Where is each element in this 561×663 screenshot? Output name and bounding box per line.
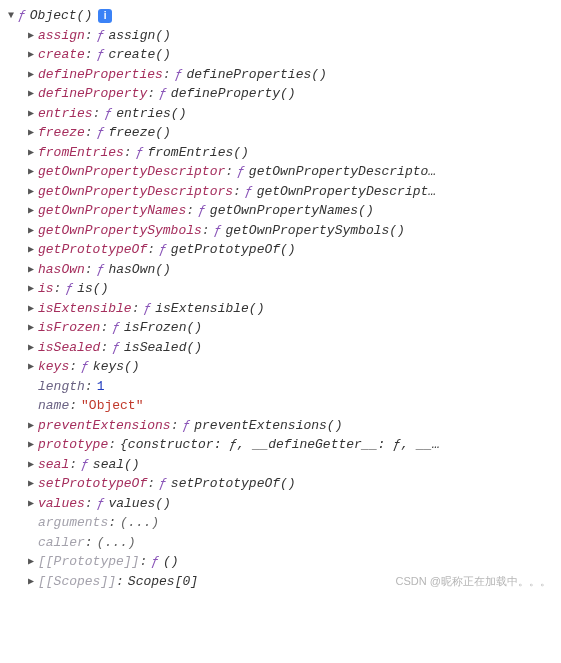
property-value: freeze() (108, 123, 170, 143)
property-row[interactable]: ▶hasOwn: ƒhasOwn() (4, 260, 557, 280)
property-row[interactable]: ▶setPrototypeOf: ƒsetPrototypeOf() (4, 474, 557, 494)
colon: : (85, 45, 93, 65)
expand-arrow-icon[interactable]: ▶ (26, 47, 36, 62)
property-row[interactable]: ▶defineProperties: ƒdefineProperties() (4, 65, 557, 85)
property-key: isExtensible (38, 299, 132, 319)
colon: : (85, 26, 93, 46)
expand-arrow-icon[interactable]: ▶ (26, 418, 36, 433)
property-value: values() (108, 494, 170, 514)
colon: : (139, 552, 147, 572)
colon: : (93, 104, 101, 124)
property-row[interactable]: ▶entries: ƒentries() (4, 104, 557, 124)
expand-arrow-icon[interactable]: ▼ (6, 8, 16, 23)
property-row[interactable]: ▶values: ƒvalues() (4, 494, 557, 514)
property-row[interactable]: ▶create: ƒcreate() (4, 45, 557, 65)
property-row[interactable]: name: "Object" (4, 396, 557, 416)
expand-arrow-icon[interactable]: ▶ (26, 223, 36, 238)
property-row[interactable]: ▶getOwnPropertyNames: ƒgetOwnPropertyNam… (4, 201, 557, 221)
property-key: defineProperties (38, 65, 163, 85)
property-key: getOwnPropertyDescriptor (38, 162, 225, 182)
property-row[interactable]: ▶keys: ƒkeys() (4, 357, 557, 377)
property-value: {constructor: ƒ, __defineGetter__: ƒ, __… (120, 435, 440, 455)
property-value: hasOwn() (108, 260, 170, 280)
property-row[interactable]: ▶seal: ƒseal() (4, 455, 557, 475)
property-key: prototype (38, 435, 108, 455)
property-row[interactable]: ▶preventExtensions: ƒpreventExtensions() (4, 416, 557, 436)
colon: : (147, 240, 155, 260)
function-token: ƒ (97, 494, 105, 514)
property-row[interactable]: arguments: (...) (4, 513, 557, 533)
colon: : (54, 279, 62, 299)
property-row[interactable]: caller: (...) (4, 533, 557, 553)
property-value: defineProperty() (171, 84, 296, 104)
property-row[interactable]: ▶getOwnPropertySymbols: ƒgetOwnPropertyS… (4, 221, 557, 241)
property-key: is (38, 279, 54, 299)
expand-arrow-icon[interactable]: ▶ (26, 281, 36, 296)
expand-arrow-icon[interactable]: ▶ (26, 106, 36, 121)
property-key: getOwnPropertySymbols (38, 221, 202, 241)
property-key: entries (38, 104, 93, 124)
property-value: Scopes[0] (128, 572, 198, 592)
expand-arrow-icon[interactable]: ▶ (26, 67, 36, 82)
property-row[interactable]: ▶[[Prototype]]: ƒ() (4, 552, 557, 572)
property-row[interactable]: ▶fromEntries: ƒfromEntries() (4, 143, 557, 163)
colon: : (163, 65, 171, 85)
colon: : (108, 513, 116, 533)
property-row[interactable]: ▶getOwnPropertyDescriptors: ƒgetOwnPrope… (4, 182, 557, 202)
property-row[interactable]: ▶getPrototypeOf: ƒgetPrototypeOf() (4, 240, 557, 260)
property-row[interactable]: ▶isFrozen: ƒisFrozen() (4, 318, 557, 338)
property-row[interactable]: length: 1 (4, 377, 557, 397)
expand-arrow-icon[interactable]: ▶ (26, 86, 36, 101)
expand-arrow-icon[interactable]: ▶ (26, 125, 36, 140)
property-key: seal (38, 455, 69, 475)
expand-arrow-icon[interactable]: ▶ (26, 164, 36, 179)
property-value: preventExtensions() (194, 416, 342, 436)
property-value[interactable]: (...) (120, 513, 159, 533)
property-row[interactable]: ▶isExtensible: ƒisExtensible() (4, 299, 557, 319)
expand-arrow-icon[interactable]: ▶ (26, 437, 36, 452)
expand-arrow-icon[interactable]: ▶ (26, 301, 36, 316)
expand-arrow-icon[interactable]: ▶ (26, 184, 36, 199)
expand-arrow-icon[interactable]: ▶ (26, 320, 36, 335)
property-row[interactable]: ▶is: ƒis() (4, 279, 557, 299)
colon: : (69, 396, 77, 416)
info-icon[interactable]: i (98, 9, 112, 23)
property-value: 1 (97, 377, 105, 397)
property-row[interactable]: ▶getOwnPropertyDescriptor: ƒgetOwnProper… (4, 162, 557, 182)
colon: : (147, 474, 155, 494)
expand-arrow-icon[interactable]: ▶ (26, 340, 36, 355)
expand-arrow-icon[interactable]: ▶ (26, 28, 36, 43)
expand-arrow-icon[interactable]: ▶ (26, 574, 36, 589)
property-value: "Object" (81, 396, 143, 416)
property-row[interactable]: ▶freeze: ƒfreeze() (4, 123, 557, 143)
expand-arrow-icon[interactable]: ▶ (26, 242, 36, 257)
expand-arrow-icon[interactable]: ▶ (26, 476, 36, 491)
property-key: freeze (38, 123, 85, 143)
object-header-row[interactable]: ▼ ƒ Object() i (4, 6, 557, 26)
property-value: defineProperties() (186, 65, 326, 85)
colon: : (85, 260, 93, 280)
property-row[interactable]: ▶isSealed: ƒisSealed() (4, 338, 557, 358)
property-value[interactable]: (...) (97, 533, 136, 553)
colon: : (85, 123, 93, 143)
property-value: isExtensible() (155, 299, 264, 319)
expand-arrow-icon[interactable]: ▶ (26, 496, 36, 511)
function-token: ƒ (97, 123, 105, 143)
property-value: seal() (93, 455, 140, 475)
property-key: getOwnPropertyNames (38, 201, 186, 221)
property-row[interactable]: ▶[[Scopes]]: Scopes[0] (4, 572, 557, 592)
function-token: ƒ (81, 357, 89, 377)
expand-arrow-icon[interactable]: ▶ (26, 359, 36, 374)
property-row[interactable]: ▶defineProperty: ƒdefineProperty() (4, 84, 557, 104)
expand-arrow-icon[interactable]: ▶ (26, 145, 36, 160)
colon: : (225, 162, 233, 182)
property-row[interactable]: ▶assign: ƒassign() (4, 26, 557, 46)
property-value: getOwnPropertyNames() (210, 201, 374, 221)
expand-arrow-icon[interactable]: ▶ (26, 262, 36, 277)
property-list: ▶assign: ƒassign()▶create: ƒcreate()▶def… (4, 26, 557, 592)
expand-arrow-icon[interactable]: ▶ (26, 554, 36, 569)
property-row[interactable]: ▶prototype: {constructor: ƒ, __defineGet… (4, 435, 557, 455)
expand-arrow-icon[interactable]: ▶ (26, 203, 36, 218)
expand-arrow-icon[interactable]: ▶ (26, 457, 36, 472)
function-token: ƒ (214, 221, 222, 241)
